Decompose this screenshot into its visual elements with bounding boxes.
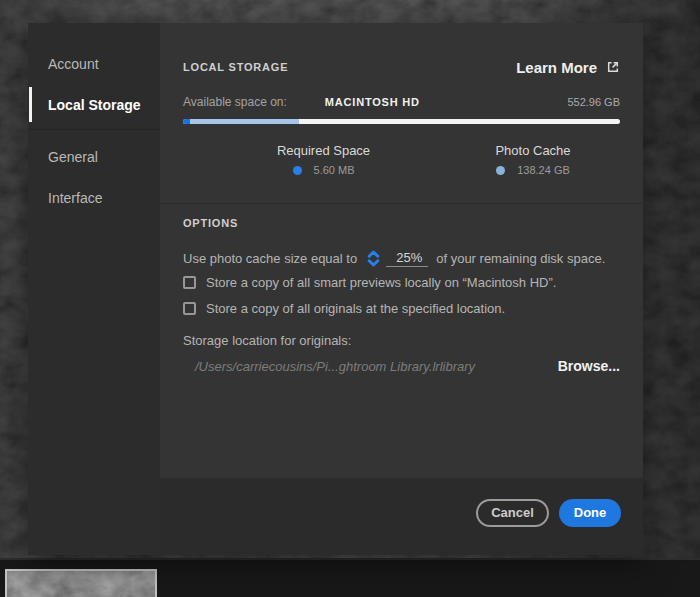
available-space-value: 552.96 GB	[567, 96, 620, 108]
section-heading-local-storage: LOCAL STORAGE	[183, 61, 288, 73]
section-divider	[160, 203, 643, 204]
legend-required-space: Required Space 5.60 MB	[241, 143, 406, 176]
filmstrip-thumbnail[interactable]	[5, 569, 157, 597]
photo-cache-dot	[496, 166, 505, 175]
local-storage-panel: LOCAL STORAGE Learn More Available space…	[160, 23, 643, 478]
available-space-label: Available space on:	[183, 95, 287, 109]
sidebar-divider	[28, 129, 160, 130]
preferences-sidebar: Account Local Storage General Interface	[28, 23, 160, 555]
learn-more-link[interactable]: Learn More	[516, 59, 620, 76]
sidebar-item-interface[interactable]: Interface	[28, 177, 160, 218]
sidebar-item-label: Account	[48, 56, 99, 72]
filmstrip-bar	[0, 558, 700, 597]
preferences-dialog: Account Local Storage General Interface …	[28, 23, 643, 555]
volume-name: MACINTOSH HD	[325, 96, 420, 108]
preferences-content: LOCAL STORAGE Learn More Available space…	[160, 23, 643, 555]
sidebar-item-label: Local Storage	[48, 97, 141, 113]
smart-previews-checkbox[interactable]	[183, 276, 196, 289]
smart-previews-label: Store a copy of all smart previews local…	[206, 275, 556, 290]
store-originals-label: Store a copy of all originals at the spe…	[206, 301, 505, 316]
legend-value: 5.60 MB	[314, 164, 355, 176]
storage-location-path: /Users/carriecousins/Pi...ghtroom Librar…	[183, 359, 475, 374]
legend-label: Photo Cache	[468, 143, 598, 158]
browse-button[interactable]: Browse...	[558, 358, 620, 374]
thumbnail-image	[7, 571, 155, 597]
sidebar-item-general[interactable]: General	[28, 136, 160, 177]
storage-bar-required-segment	[183, 119, 190, 124]
sidebar-item-local-storage[interactable]: Local Storage	[28, 84, 160, 125]
sidebar-item-label: Interface	[48, 190, 102, 206]
cancel-button[interactable]: Cancel	[476, 499, 549, 527]
app-window: Account Local Storage General Interface …	[0, 0, 700, 597]
legend-value: 138.24 GB	[517, 164, 570, 176]
cache-sentence-suffix: of your remaining disk space.	[436, 251, 605, 266]
required-space-dot	[293, 166, 302, 175]
cache-sentence-prefix: Use photo cache size equal to	[183, 251, 357, 266]
learn-more-label: Learn More	[516, 59, 597, 76]
external-link-icon	[606, 60, 620, 74]
storage-location-label: Storage location for originals:	[183, 333, 620, 348]
cache-size-setting: Use photo cache size equal to 25% of you…	[183, 247, 620, 269]
stepper-up-down-icon	[367, 250, 380, 267]
storage-legend: Required Space 5.60 MB Photo Cache 138.2…	[183, 143, 620, 193]
smart-previews-option: Store a copy of all smart previews local…	[183, 273, 620, 291]
store-originals-checkbox[interactable]	[183, 302, 196, 315]
sidebar-item-account[interactable]: Account	[28, 43, 160, 84]
storage-usage-bar	[183, 119, 620, 124]
store-originals-option: Store a copy of all originals at the spe…	[183, 299, 620, 317]
done-button[interactable]: Done	[559, 499, 621, 527]
legend-label: Required Space	[241, 143, 406, 158]
sidebar-item-label: General	[48, 149, 98, 165]
cache-size-value-input[interactable]: 25%	[386, 250, 428, 267]
dialog-footer: Cancel Done	[160, 478, 643, 555]
storage-bar-cache-segment	[190, 119, 299, 124]
section-heading-options: OPTIONS	[183, 217, 620, 229]
legend-photo-cache: Photo Cache 138.24 GB	[468, 143, 598, 176]
cache-size-stepper[interactable]	[367, 250, 380, 267]
